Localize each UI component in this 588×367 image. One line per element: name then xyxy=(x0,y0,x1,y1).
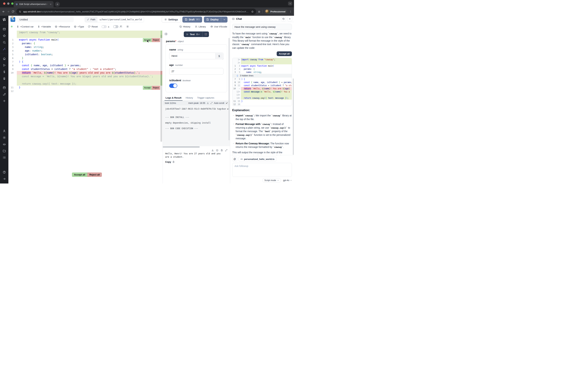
bookmark-star-icon[interactable] xyxy=(251,10,254,13)
copy-result-icon[interactable] xyxy=(221,149,223,151)
sidebar-item-plus[interactable] xyxy=(1,98,7,104)
actionbar-library-button[interactable]: Library xyxy=(195,25,206,28)
minimize-window-button[interactable] xyxy=(7,2,9,5)
download-result-icon[interactable] xyxy=(211,149,214,151)
new-tab-button[interactable] xyxy=(55,2,60,7)
code-line[interactable]: 5 isStudent: boolean; xyxy=(9,53,163,56)
tab-search-button[interactable] xyxy=(288,1,292,5)
tab-trigger-captures[interactable]: Trigger captures xyxy=(196,95,216,100)
context-file-chip[interactable]: <> personalized_hello_world.ts xyxy=(239,157,276,161)
code-line[interactable]: import cowsay from "cowsay"; xyxy=(9,31,163,34)
close-window-button[interactable] xyxy=(3,2,5,5)
download-logs-icon[interactable] xyxy=(207,102,209,104)
collapse-chat-icon[interactable] xyxy=(232,17,235,20)
test-button[interactable]: Test ⌘↵ xyxy=(184,32,202,37)
sidebar-item-star[interactable] xyxy=(1,33,7,39)
browser-menu-icon[interactable] xyxy=(289,10,292,13)
sidebar-item-app-grid[interactable] xyxy=(1,26,7,32)
windmill-logo[interactable] xyxy=(2,17,6,22)
age-input[interactable]: 27 xyxy=(169,68,224,75)
sidebar-item-help[interactable] xyxy=(1,169,7,175)
isStudent-toggle[interactable] xyxy=(169,83,177,88)
name-input[interactable]: Henri$⟋ xyxy=(169,53,224,59)
sidebar-item-route[interactable] xyxy=(1,91,7,97)
sidebar-item-list[interactable] xyxy=(1,154,7,160)
deploy-button[interactable]: Deploy xyxy=(204,17,221,23)
runpanel-scrollbar[interactable] xyxy=(229,38,230,140)
sidebar-item-gear[interactable] xyxy=(1,134,7,141)
sidebar-item-play[interactable] xyxy=(1,62,7,68)
code-line[interactable]: 1export async function main(AcceptReject xyxy=(9,38,163,42)
sidebar-item-cubes[interactable] xyxy=(1,75,7,82)
code-line[interactable]: return cowsay.say({ text: message }); xyxy=(9,82,163,86)
code-line[interactable]: 8 const { name, age, isStudent } = param… xyxy=(9,64,163,67)
accept-all-button[interactable]: Accept all xyxy=(72,173,87,177)
sidebar-item-search[interactable] xyxy=(1,39,7,45)
reload-button[interactable] xyxy=(12,10,15,13)
browser-tab[interactable]: Edit Script u/henri/personalize xyxy=(14,1,53,7)
toggle-off-dark[interactable] xyxy=(113,25,119,28)
draft-button[interactable]: Draft ⌘S xyxy=(182,17,202,23)
deploy-dropdown-button[interactable] xyxy=(221,17,227,23)
browser-profile-chip[interactable]: Professionnel xyxy=(264,9,287,14)
code-line[interactable]: 12 xyxy=(9,89,163,93)
actionbar-resource-button[interactable]: +Resource xyxy=(55,25,70,28)
code-line[interactable]: 10 return `Hello, ${name}! You are ${age… xyxy=(9,71,163,75)
reject-all-button[interactable]: Reject all xyxy=(87,173,102,177)
tab-logs-result[interactable]: Logs & Result xyxy=(164,95,183,100)
expand-result-icon[interactable] xyxy=(225,149,227,151)
back-button[interactable] xyxy=(2,10,5,13)
code-line[interactable]: 11}AcceptReject xyxy=(9,86,163,89)
site-settings-icon[interactable] xyxy=(19,10,21,13)
sidebar-item-user[interactable] xyxy=(1,128,7,134)
model-selector[interactable]: gpt-4o xyxy=(283,179,292,182)
editor-scrollbar[interactable] xyxy=(160,30,162,184)
reject-button[interactable]: Reject xyxy=(152,38,160,42)
actionbar-variable-button[interactable]: +Variable xyxy=(37,25,51,28)
code-line[interactable]: 9 const studentStatus = isStudent ? "a s… xyxy=(9,67,163,71)
window-controls[interactable] xyxy=(3,2,13,5)
code-line[interactable] xyxy=(9,34,163,38)
variable-suffix-button[interactable]: $ xyxy=(215,53,223,59)
path-pill[interactable]: Path u/henri/personalized_hello_world xyxy=(85,17,144,22)
code-line[interactable]: 2 params: { xyxy=(9,42,163,45)
code-line[interactable]: 3 name: string; xyxy=(9,45,163,49)
settings-button[interactable]: Settings xyxy=(162,17,181,23)
resize-handle[interactable]: ⟋ xyxy=(222,58,224,60)
chat-scrollbar[interactable] xyxy=(293,78,294,155)
actionbar-history-button[interactable]: History xyxy=(179,25,190,28)
code-line[interactable]: const message = `Hello, ${name}! You are… xyxy=(9,75,163,78)
code-line[interactable]: 6 } xyxy=(9,56,163,60)
code-line[interactable]: 7) { xyxy=(9,60,163,64)
reject-button[interactable]: Reject xyxy=(152,86,160,90)
address-bar[interactable]: app.windmill.dev/scripts/edit/u/henri/pe… xyxy=(16,8,256,15)
code-line[interactable]: 4 age: number; xyxy=(9,49,163,53)
forward-button[interactable] xyxy=(7,10,10,13)
diff-toggle[interactable]: ± xyxy=(102,25,109,28)
collapse-panel-icon[interactable] xyxy=(164,33,167,35)
sidebar-item-home[interactable] xyxy=(1,56,7,61)
url-text[interactable]: app.windmill.dev/scripts/edit/u/henri/pe… xyxy=(23,10,249,13)
chat-history-button[interactable] xyxy=(281,17,286,21)
actionbar-type-button[interactable]: +Type xyxy=(74,25,84,28)
sidebar-item-arrow-right[interactable] xyxy=(1,176,7,182)
toggle-off[interactable] xyxy=(102,25,107,28)
mode-selector[interactable]: Script mode xyxy=(262,178,281,183)
scrollbar-thumb[interactable] xyxy=(160,35,162,142)
actionbar-reset-button[interactable]: Reset xyxy=(88,25,98,28)
result-info-icon[interactable] xyxy=(216,149,218,151)
sidebar-item-robot[interactable] xyxy=(1,141,7,147)
new-chat-button[interactable] xyxy=(287,17,292,21)
sidebar-item-folder[interactable] xyxy=(1,148,7,154)
actionbar-contextvar-button[interactable]: +Context var xyxy=(17,25,34,28)
zoom-window-button[interactable] xyxy=(11,2,13,5)
sidebar-item-calendar[interactable] xyxy=(1,84,7,91)
tab-close-icon[interactable] xyxy=(50,3,52,5)
extensions-icon[interactable] xyxy=(258,10,261,13)
copy-button[interactable]: Copy xyxy=(165,161,227,163)
actionbar-use-vscode-button[interactable]: Use VScode xyxy=(210,25,227,28)
editor-settings-icon[interactable] xyxy=(126,25,129,28)
sidebar-item-magic-wand[interactable] xyxy=(1,46,7,52)
sidebar-item-dollar[interactable] xyxy=(1,69,7,75)
code-line[interactable] xyxy=(9,78,163,82)
